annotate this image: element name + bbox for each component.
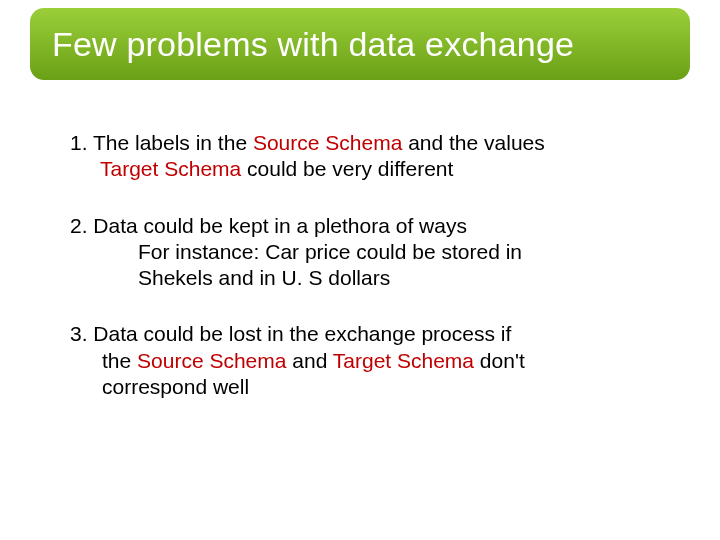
target-schema-term: Target Schema	[333, 349, 474, 372]
list-item-3: 3. Data could be lost in the exchange pr…	[70, 321, 670, 400]
item-number: 2.	[70, 214, 93, 237]
text: The labels in the	[93, 131, 253, 154]
slide-title: Few problems with data exchange	[52, 25, 574, 64]
text: the	[102, 349, 137, 372]
text: Data could be lost in the exchange proce…	[93, 322, 511, 345]
text: could be very different	[241, 157, 453, 180]
item-number: 3.	[70, 322, 93, 345]
text: For instance: Car price could be stored …	[138, 240, 522, 263]
title-banner: Few problems with data exchange	[30, 8, 690, 80]
text: and the values	[402, 131, 544, 154]
text: don't	[474, 349, 525, 372]
list-item-2: 2. Data could be kept in a plethora of w…	[70, 213, 670, 292]
target-schema-term: Target Schema	[100, 157, 241, 180]
list-item-1: 1. The labels in the Source Schema and t…	[70, 130, 670, 183]
item-number: 1.	[70, 131, 93, 154]
text: Shekels and in U. S dollars	[138, 266, 390, 289]
text: and	[286, 349, 332, 372]
text: correspond well	[102, 375, 249, 398]
source-schema-term: Source Schema	[137, 349, 286, 372]
text: Data could be kept in a plethora of ways	[93, 214, 467, 237]
source-schema-term: Source Schema	[253, 131, 402, 154]
slide-content: 1. The labels in the Source Schema and t…	[70, 130, 670, 400]
